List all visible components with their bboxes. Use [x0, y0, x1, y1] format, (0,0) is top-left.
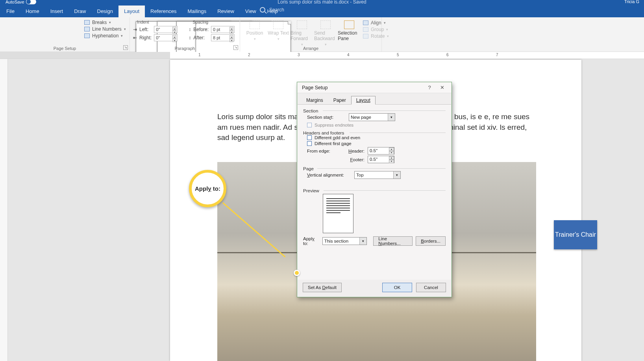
callout-circle: Apply to: — [189, 170, 226, 207]
spacing-after-icon: ↕ — [189, 35, 191, 41]
horizontal-ruler[interactable]: 1234567 — [0, 52, 644, 59]
text-box-chair[interactable]: Trainer's Chair — [554, 220, 597, 249]
dialog-body: Section Section start: New page▾ Suppres… — [298, 104, 451, 280]
hyphenation-button[interactable]: Hyphenation▾ — [84, 33, 126, 39]
selection-pane-button[interactable]: Selection Pane — [338, 19, 361, 46]
dialog-help-button[interactable]: ? — [423, 85, 436, 90]
line-numbers-button[interactable]: Line Numbers... — [373, 236, 413, 246]
group-page-setup: Margins▾ Orientation▾ Size▾ Columns▾ Bre… — [0, 17, 130, 52]
tab-review[interactable]: Review — [212, 6, 240, 17]
set-as-default-button[interactable]: Set As Default — [303, 283, 342, 292]
chevron-down-icon: ▾ — [388, 114, 395, 121]
dialog-titlebar[interactable]: Page Setup ? ✕ — [297, 82, 452, 93]
tab-file[interactable]: File — [1, 6, 20, 17]
autosave-label: AutoSave — [6, 0, 24, 4]
forward-icon — [297, 20, 307, 29]
dialog-tab-layout[interactable]: Layout — [351, 96, 376, 105]
spacing-before-input[interactable]: 0 pt▴▾ — [211, 26, 235, 33]
bring-forward-button[interactable]: Bring Forward▾ — [291, 19, 313, 46]
tab-home[interactable]: Home — [20, 6, 45, 17]
checkbox-icon — [307, 141, 312, 146]
indent-right-input[interactable]: 0"▴▾ — [154, 34, 178, 41]
dialog-footer: Set As Default OK Cancel — [297, 280, 452, 297]
ruler-tick: 1 — [198, 53, 201, 57]
vertical-alignment-combo[interactable]: Top▾ — [354, 171, 401, 179]
align-button[interactable]: Align▾ — [363, 20, 389, 26]
position-button[interactable]: Position▾ — [243, 19, 266, 46]
backward-label: Send Backward — [314, 30, 337, 41]
toggle-pill-icon — [26, 0, 36, 4]
tab-layout[interactable]: Layout — [118, 6, 145, 17]
tab-view[interactable]: View — [240, 6, 262, 17]
from-edge-label: From edge: — [307, 149, 341, 153]
hf-group-label: Headers and footers — [303, 131, 446, 135]
tab-references[interactable]: References — [145, 6, 182, 17]
checkbox-icon — [307, 135, 312, 140]
page-setup-launcher[interactable]: ↘ — [123, 45, 128, 50]
rotate-icon — [363, 34, 368, 39]
ruler-tick: 6 — [446, 53, 449, 57]
tab-draw[interactable]: Draw — [68, 6, 91, 17]
ruler-tick: 4 — [347, 53, 350, 57]
align-icon — [363, 20, 368, 25]
diff-odd-even-checkbox[interactable]: Different odd and even — [307, 135, 446, 140]
breaks-button[interactable]: Breaks▾ — [84, 20, 126, 25]
group-paragraph: Indent ⇥Left:0"▴▾ ⇤Right:0"▴▾ Spacing ↕B… — [130, 17, 240, 52]
indent-left-icon: ⇥ — [133, 27, 137, 32]
rotate-button[interactable]: Rotate▾ — [363, 33, 389, 39]
autosave-toggle[interactable]: AutoSave — [6, 0, 36, 4]
ruler-tick: 7 — [496, 53, 498, 57]
diff-first-page-checkbox[interactable]: Different first page — [307, 141, 446, 146]
checkbox-icon — [307, 123, 312, 127]
ok-button[interactable]: OK — [382, 283, 412, 292]
spacing-after-input[interactable]: 8 pt▴▾ — [211, 34, 235, 41]
apply-to-combo[interactable]: This section▾ — [322, 237, 367, 245]
apply-to-label: Apply to: — [303, 236, 319, 246]
group-label: Page Setup — [0, 46, 130, 51]
spacing-before-icon: ↕ — [189, 27, 191, 32]
wrap-label: Wrap Text — [268, 30, 289, 36]
diff-oe-label: Different odd and even — [315, 135, 360, 140]
ribbon: Margins▾ Orientation▾ Size▾ Columns▾ Bre… — [0, 17, 644, 52]
position-label: Position — [246, 30, 263, 36]
line-numbers-button[interactable]: Line Numbers▾ — [84, 26, 126, 32]
group-label: Arrange — [240, 46, 381, 51]
group-button[interactable]: Group▾ — [363, 27, 389, 32]
ruler-tick: 3 — [298, 53, 300, 57]
user-name[interactable]: Tricia G — [624, 0, 639, 4]
header-distance-input[interactable]: 0.5"▴▾ — [368, 147, 394, 155]
search-box[interactable]: Search — [260, 7, 284, 13]
spacing-heading: Spacing — [192, 20, 208, 24]
wrap-text-button[interactable]: Wrap Text▾ — [267, 19, 290, 46]
cancel-button[interactable]: Cancel — [416, 283, 446, 292]
breaks-icon — [84, 20, 90, 25]
ribbon-tabs: File Home Insert Draw Design Layout Refe… — [0, 5, 644, 17]
tab-design[interactable]: Design — [92, 6, 118, 17]
align-label: Align — [371, 20, 381, 26]
indent-heading: Indent — [137, 20, 149, 24]
before-value: 0 pt — [213, 27, 220, 32]
suppress-endnotes-checkbox[interactable]: Suppress endnotes — [307, 123, 446, 127]
ruler-tick: 2 — [248, 53, 250, 57]
indent-right-value: 0" — [156, 35, 160, 40]
footer-distance-input[interactable]: 0.5"▴▾ — [368, 156, 394, 163]
line-numbers-label: Line Numbers — [92, 26, 122, 32]
indent-right-icon: ⇤ — [133, 35, 137, 41]
tab-mailings[interactable]: Mailings — [182, 6, 212, 17]
before-label: Before: — [193, 27, 209, 32]
chevron-down-icon: ▾ — [393, 171, 400, 179]
vertical-ruler[interactable] — [0, 59, 8, 361]
dialog-tabs: Margins Paper Layout — [297, 93, 452, 104]
paragraph-launcher[interactable]: ↘ — [233, 45, 238, 50]
dialog-tab-paper[interactable]: Paper — [328, 96, 351, 105]
section-start-combo[interactable]: New page▾ — [349, 113, 395, 121]
dialog-tab-margins[interactable]: Margins — [301, 96, 328, 105]
borders-button[interactable]: Borders... — [416, 236, 446, 246]
search-icon — [260, 7, 265, 13]
indent-left-input[interactable]: 0"▴▾ — [154, 26, 178, 33]
position-icon — [250, 20, 260, 29]
tab-insert[interactable]: Insert — [45, 6, 69, 17]
dialog-close-button[interactable]: ✕ — [436, 85, 448, 90]
footer-value: 0.5" — [370, 157, 378, 162]
send-backward-button[interactable]: Send Backward▾ — [314, 19, 337, 46]
